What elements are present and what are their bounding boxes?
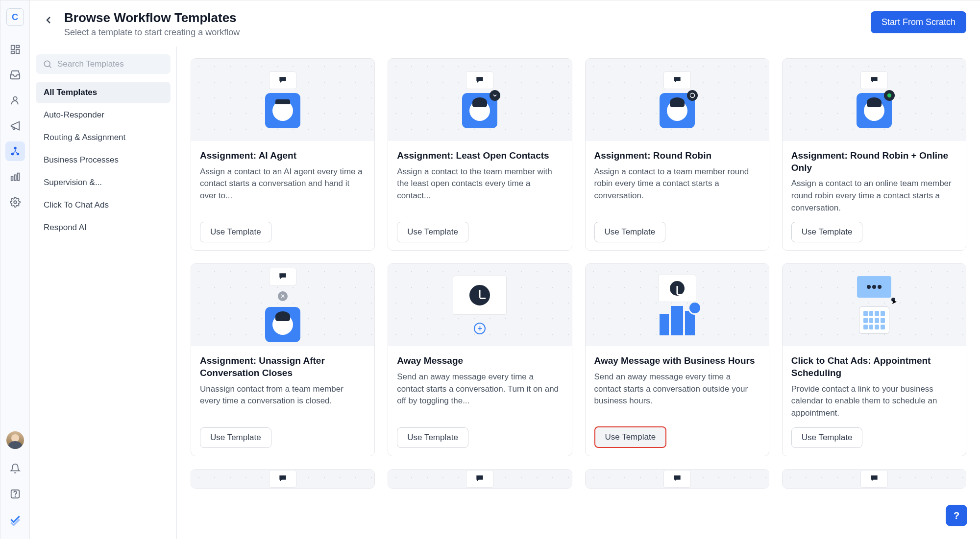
- category-item[interactable]: Routing & Assignment: [36, 127, 171, 148]
- svg-point-4: [13, 97, 17, 100]
- brand-check-icon: [5, 510, 25, 529]
- svg-rect-3: [11, 51, 14, 54]
- agent-tile-icon: [462, 93, 497, 128]
- use-template-button[interactable]: Use Template: [791, 222, 863, 242]
- settings-icon[interactable]: [5, 192, 25, 212]
- template-description: Assign a contact to a team member round …: [594, 166, 760, 214]
- template-card: [782, 469, 966, 489]
- help-fab[interactable]: ?: [946, 505, 967, 526]
- svg-rect-9: [14, 175, 16, 180]
- category-item[interactable]: Auto-Responder: [36, 104, 171, 126]
- inbox-icon[interactable]: [5, 65, 25, 85]
- ad-panel-icon: ➤: [857, 276, 891, 298]
- template-illustration: [783, 59, 966, 141]
- workflows-icon[interactable]: [5, 141, 25, 161]
- template-title: Assignment: Unassign After Conversation …: [200, 355, 366, 379]
- use-template-button[interactable]: Use Template: [397, 427, 468, 448]
- svg-rect-1: [16, 46, 19, 48]
- svg-point-14: [44, 61, 50, 67]
- close-badge-icon: ✕: [278, 291, 288, 301]
- use-template-button[interactable]: Use Template: [200, 427, 271, 448]
- clock-panel-icon: [658, 275, 696, 302]
- template-illustration: ✕: [191, 264, 374, 346]
- template-description: Provide contact a link to your business …: [791, 383, 957, 420]
- buildings-icon: [660, 306, 695, 335]
- clock-panel-icon: [453, 276, 507, 315]
- use-template-button[interactable]: Use Template: [397, 222, 468, 242]
- svg-point-16: [887, 94, 891, 97]
- svg-rect-10: [17, 173, 19, 181]
- svg-point-5: [14, 147, 17, 150]
- template-title: Assignment: Round Robin + Online Only: [791, 150, 957, 174]
- search-box[interactable]: [36, 54, 171, 74]
- category-item[interactable]: Business Processes: [36, 149, 171, 171]
- template-title: Away Message with Business Hours: [594, 355, 760, 367]
- svg-rect-0: [11, 46, 14, 49]
- template-card: ✕Assignment: Unassign After Conversation…: [191, 263, 375, 456]
- use-template-button[interactable]: Use Template: [791, 427, 863, 448]
- chat-bubble-icon: [466, 71, 493, 89]
- template-title: Away Message: [397, 355, 563, 367]
- template-description: Send an away message every time a contac…: [397, 371, 563, 420]
- template-illustration: [388, 59, 571, 141]
- agent-tile-icon: [265, 307, 300, 342]
- badge-icon: [490, 90, 500, 101]
- use-template-button[interactable]: Use Template: [594, 426, 667, 448]
- categories-sidebar: All TemplatesAuto-ResponderRouting & Ass…: [30, 47, 177, 539]
- page-title: Browse Workflow Templates: [64, 10, 864, 25]
- start-from-scratch-button[interactable]: Start From Scratch: [871, 11, 966, 33]
- template-illustration: ➤: [783, 264, 966, 346]
- use-template-button[interactable]: Use Template: [594, 222, 666, 242]
- template-illustration: [191, 59, 374, 141]
- template-title: Assignment: Least Open Contacts: [397, 150, 563, 162]
- agent-tile-icon: [857, 93, 892, 128]
- svg-line-15: [49, 66, 51, 68]
- category-item[interactable]: Click To Chat Ads: [36, 194, 171, 216]
- notifications-icon[interactable]: [5, 459, 25, 478]
- search-input[interactable]: [57, 59, 164, 69]
- template-title: Assignment: Round Robin: [594, 150, 760, 162]
- template-illustration: [388, 469, 571, 488]
- category-item[interactable]: Respond AI: [36, 217, 171, 238]
- agent-tile-icon: [265, 93, 300, 128]
- template-card: [585, 469, 769, 489]
- broadcast-icon[interactable]: [5, 116, 25, 136]
- contacts-icon[interactable]: [5, 91, 25, 110]
- page-subtitle: Select a template to start creating a wo…: [64, 27, 864, 38]
- svg-point-13: [15, 496, 15, 496]
- template-card: +Away MessageSend an away message every …: [388, 263, 572, 456]
- left-rail: C: [0, 0, 30, 539]
- chat-bubble-icon: [269, 268, 296, 285]
- help-icon[interactable]: [5, 484, 25, 504]
- template-card: [388, 469, 572, 489]
- chat-bubble-icon: [269, 470, 296, 488]
- chat-bubble-icon: [663, 470, 691, 488]
- dashboard-icon[interactable]: [5, 40, 25, 59]
- template-card: Assignment: AI AgentAssign a contact to …: [191, 58, 375, 251]
- search-icon: [43, 59, 52, 69]
- template-card: ➤Click to Chat Ads: Appointment Scheduli…: [782, 263, 966, 456]
- chat-bubble-icon: [269, 71, 296, 89]
- template-description: Send an away message every time a contac…: [594, 371, 760, 419]
- back-button[interactable]: [40, 11, 57, 29]
- workspace-logo[interactable]: C: [6, 8, 24, 26]
- template-card: Away Message with Business HoursSend an …: [585, 263, 769, 456]
- category-item[interactable]: Supervision &...: [36, 172, 171, 193]
- template-illustration: [586, 264, 769, 346]
- template-card: Assignment: Round RobinAssign a contact …: [585, 58, 769, 251]
- template-card: [191, 469, 375, 489]
- category-item[interactable]: All Templates: [36, 82, 171, 103]
- template-description: Assign a contact to the team member with…: [397, 166, 563, 214]
- template-illustration: [191, 469, 374, 488]
- template-title: Assignment: AI Agent: [200, 150, 366, 162]
- svg-rect-2: [16, 49, 19, 53]
- calendar-icon: [859, 306, 889, 334]
- template-title: Click to Chat Ads: Appointment Schedulin…: [791, 355, 957, 379]
- template-card: Assignment: Least Open ContactsAssign a …: [388, 58, 572, 251]
- template-description: Unassign contact from a team member ever…: [200, 383, 366, 420]
- reports-icon[interactable]: [5, 167, 25, 187]
- template-illustration: [586, 469, 769, 488]
- user-avatar[interactable]: [6, 431, 24, 449]
- use-template-button[interactable]: Use Template: [200, 222, 271, 242]
- svg-rect-8: [11, 177, 13, 180]
